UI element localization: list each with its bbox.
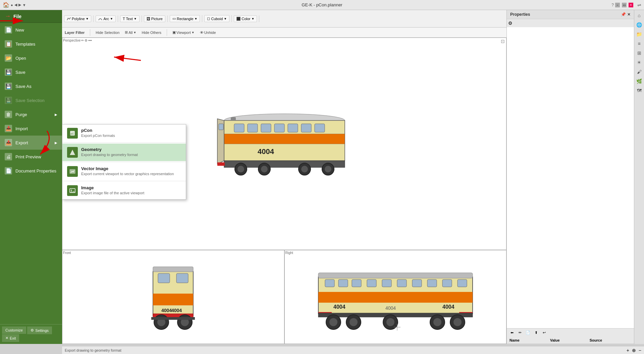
sidebar-item-open[interactable]: 📂 Open xyxy=(0,51,62,65)
status-text: Export drawing to geometry format xyxy=(65,348,121,352)
submenu-item-pcon[interactable]: pC pCon Export pCon formats xyxy=(62,124,186,142)
settings-button[interactable]: ⚙ Settings xyxy=(27,326,52,334)
svg-rect-49 xyxy=(338,280,348,287)
save-selection-icon: 💾 xyxy=(5,97,12,104)
sidebar-item-import[interactable]: 📥 Import xyxy=(0,121,62,136)
export-label: Export xyxy=(15,140,28,145)
prop-tool-5[interactable]: ↩ xyxy=(540,330,548,336)
arc-button[interactable]: Arc ▼ xyxy=(96,15,115,22)
viewport-side[interactable]: Right xyxy=(284,250,507,344)
properties-settings-icon[interactable]: ⚙ xyxy=(508,20,513,26)
nav-layers-icon[interactable]: ≡ xyxy=(635,40,643,48)
pcon-desc: Export pCon formats xyxy=(81,134,115,138)
all-section: ⊞ All ▼ xyxy=(125,30,136,35)
rectangle-button[interactable]: ▭ Rectangle ▼ xyxy=(170,15,200,22)
sidebar-item-export[interactable]: 📤 Export ▶ xyxy=(0,136,62,150)
export-icon: 📤 xyxy=(5,139,12,146)
polyline-group: Polyline ▼ xyxy=(64,15,94,22)
train-side-svg: 4004 4004 4004 xyxy=(312,260,479,334)
customize-button[interactable]: Customize xyxy=(2,326,26,334)
all-button[interactable]: ⊞ All ▼ xyxy=(125,30,136,35)
nav-folder-icon[interactable]: 📁 xyxy=(635,30,643,38)
prop-tool-3[interactable]: 📄 xyxy=(524,330,532,336)
prop-tool-1[interactable]: ⬅ xyxy=(508,330,516,336)
svg-rect-44 xyxy=(318,273,473,278)
nav-home-icon[interactable]: ⌂ xyxy=(635,11,643,19)
hide-selection-button[interactable]: Hide Selection xyxy=(96,31,119,35)
nav-map-icon[interactable]: 🗺 xyxy=(635,87,643,95)
nav-grid-icon[interactable]: ⊞ xyxy=(635,49,643,57)
hide-others-button[interactable]: Hide Others xyxy=(142,31,161,35)
vp-collapse-button[interactable]: ⊡ xyxy=(501,39,505,44)
image-desc: Export image file of the active viewport xyxy=(81,191,144,195)
save-as-icon: 💾 xyxy=(5,83,12,90)
text-button[interactable]: T Text ▼ xyxy=(120,15,140,22)
picture-button[interactable]: 🖼 Picture xyxy=(144,15,165,22)
color-button[interactable]: Color ▼ xyxy=(234,15,257,22)
submenu-item-vector-image[interactable]: Vector Image Export current viewport to … xyxy=(62,163,186,180)
restore-button[interactable]: ▭ xyxy=(622,3,627,7)
image-icon xyxy=(67,185,78,196)
svg-rect-57 xyxy=(458,280,467,287)
svg-text:4004: 4004 xyxy=(171,308,182,313)
sidebar-item-save[interactable]: 💾 Save xyxy=(0,65,62,79)
vector-image-icon xyxy=(67,166,78,177)
nav-globe-icon[interactable]: 🌐 xyxy=(635,21,643,29)
svg-rect-35 xyxy=(176,273,188,283)
submenu-item-geometry[interactable]: Geometry Export drawing to geometry form… xyxy=(62,144,186,161)
properties-tools: ⚙ xyxy=(507,19,634,27)
exit-button[interactable]: ✕ Exit xyxy=(2,334,19,342)
arc-group: Arc ▼ xyxy=(96,15,118,22)
file-arrow-icon: → xyxy=(5,13,11,20)
text-group: T Text ▼ xyxy=(120,15,142,22)
properties-close-button[interactable]: ✕ xyxy=(627,12,631,17)
sidebar-item-print-preview[interactable]: 🖨 Print Preview xyxy=(0,150,62,164)
pcon-title: pCon xyxy=(81,128,115,133)
layer-sep-1 xyxy=(90,29,90,36)
zoom-out-button[interactable]: − xyxy=(639,348,641,353)
svg-text:4004: 4004 xyxy=(333,304,345,310)
minimize-button[interactable]: − xyxy=(615,3,620,7)
side-label: Right xyxy=(285,251,293,255)
svg-point-21 xyxy=(237,166,244,172)
sidebar-item-save-selection: 💾 Save Selection xyxy=(0,93,62,107)
properties-pin-button[interactable]: 📌 xyxy=(621,12,626,17)
nav-brush-icon[interactable]: 🖌 xyxy=(635,68,643,76)
submenu-divider-2 xyxy=(62,162,186,162)
sidebar-item-templates[interactable]: 📋 Templates xyxy=(0,37,62,51)
prop-tool-2[interactable]: ✏ xyxy=(516,330,524,336)
edit-icon[interactable]: ✏ xyxy=(81,39,84,42)
drawing-toolbar: Polyline ▼ Arc ▼ T Text ▼ 🖼 Pict xyxy=(62,10,506,28)
sidebar-item-purge[interactable]: 🗑 Purge ▶ xyxy=(0,107,62,121)
vp-menu-icon[interactable]: ••• xyxy=(88,39,92,42)
train-front-svg: 4004 4004 xyxy=(140,260,207,334)
vp-settings-icon[interactable]: ⚙ xyxy=(85,39,88,42)
sidebar-item-save-as[interactable]: 💾 Save As xyxy=(0,79,62,93)
purge-arrow-icon: ▶ xyxy=(55,113,57,116)
svg-point-65 xyxy=(350,318,358,326)
geometry-text: Geometry Export drawing to geometry form… xyxy=(81,147,138,157)
sidebar-item-new[interactable]: 📄 New xyxy=(0,23,62,37)
navigate-icon[interactable]: ⊕ xyxy=(632,348,636,353)
unhide-button[interactable]: 👁 Unhide xyxy=(200,31,216,35)
close-button[interactable]: ✕ xyxy=(629,3,633,7)
svg-rect-17 xyxy=(219,124,223,130)
svg-rect-54 xyxy=(412,280,422,287)
submenu-item-image[interactable]: Image Export image file of the active vi… xyxy=(62,182,186,199)
document-properties-icon: 📄 xyxy=(5,167,12,174)
col-name: Name xyxy=(507,337,547,344)
viewport-button[interactable]: ▣ Viewport ▼ xyxy=(172,30,195,35)
right-iconbar: ⌂ 🌐 📁 ≡ ⊞ ☀ 🖌 🌿 🗺 xyxy=(634,10,644,344)
sidebar-item-document-properties[interactable]: 📄 Document Properties xyxy=(0,164,62,178)
prop-tool-4[interactable]: ⬆ xyxy=(532,330,540,336)
cuboid-button[interactable]: ◻ Cuboid ▼ xyxy=(204,15,229,22)
svg-rect-11 xyxy=(261,124,271,132)
front-toolbar: Front xyxy=(63,251,71,255)
zoom-in-button[interactable]: + xyxy=(627,348,629,353)
nav-sun-icon[interactable]: ☀ xyxy=(635,58,643,66)
polyline-button[interactable]: Polyline ▼ xyxy=(64,15,91,22)
viewport-front[interactable]: Front xyxy=(62,250,284,344)
nav-tree-icon[interactable]: 🌿 xyxy=(635,77,643,85)
svg-point-71 xyxy=(453,318,462,326)
import-icon: 📥 xyxy=(5,125,12,132)
